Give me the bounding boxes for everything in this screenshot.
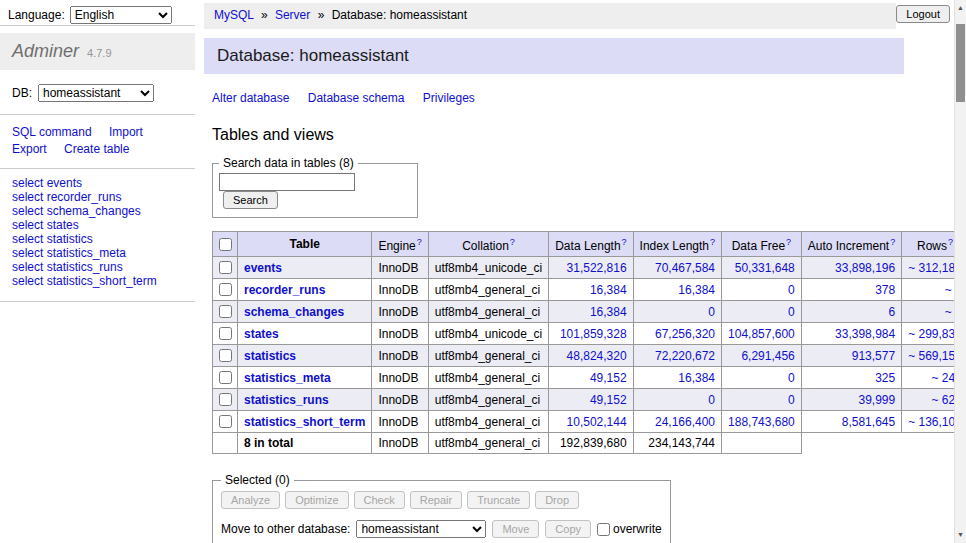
- index-length-link[interactable]: 0: [708, 305, 715, 319]
- analyze-button[interactable]: Analyze: [221, 491, 280, 509]
- table-name-link[interactable]: states: [244, 327, 279, 341]
- overwrite-checkbox[interactable]: [597, 523, 610, 536]
- table-name-link[interactable]: events: [244, 261, 282, 275]
- sidebar-item-select-recorder-runs[interactable]: select recorder_runs: [12, 191, 183, 204]
- breadcrumb-server-link[interactable]: Server: [275, 8, 310, 22]
- data-free-link[interactable]: 0: [788, 371, 795, 385]
- auto-increment-link[interactable]: 913,577: [852, 349, 895, 363]
- data-free-link[interactable]: 104,857,600: [728, 327, 795, 341]
- scrollbar-thumb[interactable]: [956, 24, 965, 102]
- privileges-link[interactable]: Privileges: [423, 91, 475, 105]
- data-length-link[interactable]: 49,152: [590, 393, 627, 407]
- export-link[interactable]: Export: [12, 142, 47, 156]
- help-icon[interactable]: ?: [510, 237, 515, 247]
- data-free-link[interactable]: 0: [788, 393, 795, 407]
- move-db-select[interactable]: homeassistant: [356, 520, 486, 538]
- drop-button[interactable]: Drop: [535, 491, 579, 509]
- row-select-checkbox[interactable]: [219, 261, 232, 274]
- sidebar-item-select-statistics-short-term[interactable]: select statistics_short_term: [12, 275, 183, 288]
- row-select-checkbox[interactable]: [219, 327, 232, 340]
- table-name-link[interactable]: statistics_runs: [244, 393, 329, 407]
- overwrite-label: overwrite: [613, 522, 662, 536]
- data-free-link[interactable]: 6,291,456: [741, 349, 794, 363]
- help-icon[interactable]: ?: [417, 237, 422, 247]
- alter-database-link[interactable]: Alter database: [212, 91, 289, 105]
- collation-value: utf8mb4_general_ci: [428, 279, 548, 301]
- sidebar-item-select-schema-changes[interactable]: select schema_changes: [12, 205, 183, 218]
- help-icon[interactable]: ?: [890, 237, 895, 247]
- import-link[interactable]: Import: [109, 125, 143, 139]
- index-length-link[interactable]: 16,384: [678, 371, 715, 385]
- row-select-checkbox[interactable]: [219, 393, 232, 406]
- index-length-link[interactable]: 0: [708, 393, 715, 407]
- create-table-action-link[interactable]: Create table: [64, 142, 129, 156]
- index-length-link[interactable]: 70,467,584: [655, 261, 715, 275]
- table-name-link[interactable]: statistics: [244, 349, 296, 363]
- scrollbar-down-icon[interactable]: ▼: [955, 528, 966, 542]
- sidebar-item-select-states[interactable]: select states: [12, 219, 183, 232]
- logout-button[interactable]: Logout: [896, 5, 950, 23]
- select-all-checkbox[interactable]: [219, 238, 232, 251]
- table-name-link[interactable]: statistics_short_term: [244, 415, 365, 429]
- truncate-button[interactable]: Truncate: [467, 491, 530, 509]
- auto-increment-link[interactable]: 33,398,984: [835, 327, 895, 341]
- data-length-link[interactable]: 16,384: [590, 305, 627, 319]
- db-select[interactable]: homeassistant: [38, 84, 154, 102]
- breadcrumb-mysql-link[interactable]: MySQL: [214, 8, 254, 22]
- auto-increment-link[interactable]: 325: [875, 371, 895, 385]
- data-free-link[interactable]: 0: [788, 305, 795, 319]
- move-button[interactable]: Move: [492, 520, 539, 538]
- copy-button[interactable]: Copy: [545, 520, 591, 538]
- scrollbar-up-icon[interactable]: ▲: [955, 1, 966, 15]
- auto-increment-link[interactable]: 33,898,196: [835, 261, 895, 275]
- data-free-link[interactable]: 50,331,648: [735, 261, 795, 275]
- data-length-link[interactable]: 48,824,320: [567, 349, 627, 363]
- sidebar-table-links: select events select recorder_runs selec…: [0, 169, 195, 302]
- row-select-checkbox[interactable]: [219, 283, 232, 296]
- search-input[interactable]: [219, 173, 355, 191]
- row-select-checkbox[interactable]: [219, 349, 232, 362]
- row-select-checkbox[interactable]: [219, 305, 232, 318]
- auto-increment-link[interactable]: 378: [875, 283, 895, 297]
- tables-and-views-title: Tables and views: [212, 126, 966, 144]
- data-length-link[interactable]: 101,859,328: [560, 327, 627, 341]
- data-length-link[interactable]: 31,522,816: [567, 261, 627, 275]
- auto-increment-link[interactable]: 39,999: [858, 393, 895, 407]
- sidebar-item-select-events[interactable]: select events: [12, 177, 183, 190]
- check-button[interactable]: Check: [354, 491, 405, 509]
- row-select-checkbox[interactable]: [219, 415, 232, 428]
- data-length-link[interactable]: 49,152: [590, 371, 627, 385]
- help-icon[interactable]: ?: [710, 237, 715, 247]
- data-free-link[interactable]: 188,743,680: [728, 415, 795, 429]
- database-schema-link[interactable]: Database schema: [308, 91, 405, 105]
- data-length-link[interactable]: 10,502,144: [567, 415, 627, 429]
- table-row: states InnoDB utf8mb4_unicode_ci 101,859…: [213, 323, 966, 345]
- sidebar-item-select-statistics[interactable]: select statistics: [12, 233, 183, 246]
- main-content: Alter database Database schema Privilege…: [204, 91, 966, 543]
- index-length-link[interactable]: 16,384: [678, 283, 715, 297]
- auto-increment-link[interactable]: 8,581,645: [842, 415, 895, 429]
- header-engine: Engine?: [372, 232, 428, 257]
- sidebar-item-select-statistics-meta[interactable]: select statistics_meta: [12, 247, 183, 260]
- optimize-button[interactable]: Optimize: [285, 491, 348, 509]
- language-select[interactable]: English: [70, 6, 172, 24]
- repair-button[interactable]: Repair: [410, 491, 462, 509]
- help-icon[interactable]: ?: [622, 237, 627, 247]
- move-label: Move to other database:: [221, 522, 350, 536]
- sidebar-item-select-statistics-runs[interactable]: select statistics_runs: [12, 261, 183, 274]
- data-length-link[interactable]: 16,384: [590, 283, 627, 297]
- index-length-link[interactable]: 72,220,672: [655, 349, 715, 363]
- index-length-link[interactable]: 24,166,400: [655, 415, 715, 429]
- scrollbar[interactable]: ▲ ▼: [954, 0, 966, 543]
- table-name-link[interactable]: statistics_meta: [244, 371, 331, 385]
- help-icon[interactable]: ?: [948, 237, 953, 247]
- search-button[interactable]: Search: [223, 191, 278, 209]
- table-name-link[interactable]: recorder_runs: [244, 283, 325, 297]
- data-free-link[interactable]: 0: [788, 283, 795, 297]
- index-length-link[interactable]: 67,256,320: [655, 327, 715, 341]
- sql-command-link[interactable]: SQL command: [12, 125, 92, 139]
- row-select-checkbox[interactable]: [219, 371, 232, 384]
- table-name-link[interactable]: schema_changes: [244, 305, 344, 319]
- auto-increment-link[interactable]: 6: [888, 305, 895, 319]
- help-icon[interactable]: ?: [786, 237, 791, 247]
